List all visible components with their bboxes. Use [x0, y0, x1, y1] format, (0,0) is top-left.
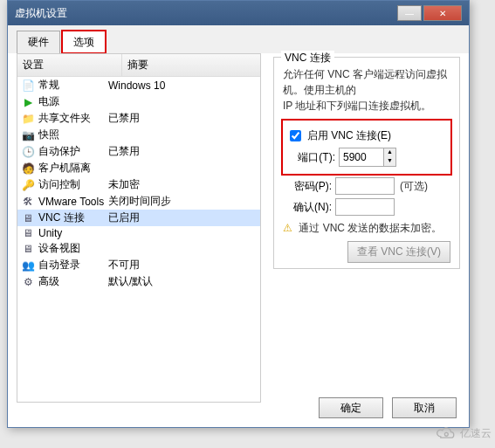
row-name: 设备视图 [38, 241, 80, 256]
window-controls: — ✕ [397, 5, 462, 21]
close-button[interactable]: ✕ [423, 5, 462, 21]
row-icon: ▶ [21, 96, 35, 108]
view-connections-button: 查看 VNC 连接(V) [347, 241, 450, 263]
row-name: 快照 [38, 128, 59, 142]
row-icon: 👥 [21, 259, 35, 272]
tab-options[interactable]: 选项 [62, 31, 106, 53]
row-name: 高级 [38, 274, 59, 289]
list-header: 设置 摘要 [17, 54, 260, 77]
minimize-button[interactable]: — [397, 5, 422, 21]
row-icon: 🖥 [21, 212, 35, 224]
row-summary: 已启用 [108, 210, 140, 225]
list-item[interactable]: ▶电源 [17, 93, 260, 110]
settings-list: 设置 摘要 📄常规Windows 10▶电源📁共享文件夹已禁用📷快照🕒自动保护已… [17, 53, 261, 403]
row-icon: 🕒 [21, 146, 35, 158]
row-summary: 已禁用 [108, 111, 140, 126]
vnc-group: VNC 连接 允许任何 VNC 客户端远程访问虚拟机。使用主机的 IP 地址和下… [273, 57, 460, 269]
enable-vnc-checkbox[interactable] [290, 130, 301, 141]
content-area: 设置 摘要 📄常规Windows 10▶电源📁共享文件夹已禁用📷快照🕒自动保护已… [8, 53, 469, 411]
row-name: Unity [38, 227, 62, 239]
row-name: 常规 [38, 78, 59, 93]
list-item[interactable]: 👥自动登录不可用 [17, 257, 260, 273]
list-item[interactable]: 🛠VMware Tools关闭时间同步 [17, 193, 260, 210]
list-item[interactable]: 🖥Unity [17, 226, 260, 240]
list-item[interactable]: 🖥VNC 连接已启用 [17, 210, 260, 226]
spin-up-icon[interactable]: ▲ [384, 148, 395, 157]
window-title: 虚拟机设置 [15, 6, 67, 21]
list-item[interactable]: 📁共享文件夹已禁用 [17, 110, 260, 127]
warning-row: ⚠ 通过 VNC 发送的数据未加密。 [283, 221, 450, 236]
row-icon: 📁 [21, 113, 35, 125]
list-item[interactable]: ⚙高级默认/默认 [17, 273, 260, 290]
watermark: 亿速云 [434, 425, 492, 441]
row-summary: 未加密 [108, 177, 140, 192]
list-item[interactable]: 🖥设备视图 [17, 240, 260, 257]
header-summary: 摘要 [122, 54, 154, 76]
enable-row: 启用 VNC 连接(E) [286, 128, 447, 144]
titlebar: 虚拟机设置 — ✕ [8, 1, 469, 25]
port-label: 端口(T): [286, 150, 335, 165]
row-icon: 🖥 [21, 227, 35, 239]
port-input[interactable] [340, 148, 383, 166]
list-item[interactable]: 📷快照 [17, 127, 260, 143]
row-name: 访问控制 [38, 177, 80, 192]
header-setting: 设置 [17, 54, 122, 76]
password-row: 密码(P): (可选) [283, 177, 450, 195]
desc-line2: IP 地址和下列端口连接虚拟机。 [283, 100, 431, 112]
detail-panel: VNC 连接 允许任何 VNC 客户端远程访问虚拟机。使用主机的 IP 地址和下… [261, 53, 460, 403]
confirm-label: 确认(N): [283, 200, 332, 215]
list-item[interactable]: 🧑客户机隔离 [17, 160, 260, 176]
row-icon: 🛠 [21, 196, 35, 208]
spinner-buttons: ▲ ▼ [383, 148, 395, 166]
row-summary: 已禁用 [108, 144, 140, 159]
row-icon: ⚙ [21, 276, 35, 288]
cancel-button[interactable]: 取消 [392, 397, 457, 418]
password-input[interactable] [335, 177, 395, 195]
warning-text: 通过 VNC 发送的数据未加密。 [299, 222, 442, 234]
confirm-input[interactable] [335, 198, 395, 216]
settings-window: 虚拟机设置 — ✕ 硬件 选项 设置 摘要 📄常规Windows 10▶电源📁共… [7, 0, 470, 428]
group-title: VNC 连接 [281, 51, 334, 65]
row-name: 自动登录 [38, 258, 80, 272]
password-hint: (可选) [400, 179, 428, 194]
row-name: 自动保护 [38, 144, 80, 159]
port-row: 端口(T): ▲ ▼ [286, 148, 447, 167]
row-icon: 🔑 [21, 179, 35, 191]
spin-down-icon[interactable]: ▼ [384, 157, 395, 166]
row-icon: 📷 [21, 129, 35, 141]
confirm-row: 确认(N): [283, 198, 450, 216]
row-summary: Windows 10 [108, 79, 165, 92]
port-spinner: ▲ ▼ [339, 148, 396, 167]
row-icon: 🖥 [21, 243, 35, 255]
tab-hardware[interactable]: 硬件 [17, 31, 60, 53]
row-name: 电源 [38, 94, 59, 109]
vnc-description: 允许任何 VNC 客户端远程访问虚拟机。使用主机的 IP 地址和下列端口连接虚拟… [283, 66, 450, 114]
row-name: VMware Tools [38, 196, 104, 208]
highlight-box: 启用 VNC 连接(E) 端口(T): ▲ ▼ [283, 121, 450, 174]
row-summary: 默认/默认 [108, 274, 153, 289]
ok-button[interactable]: 确定 [319, 397, 383, 418]
tab-bar: 硬件 选项 [8, 25, 469, 53]
row-summary: 关闭时间同步 [108, 194, 171, 209]
list-rows: 📄常规Windows 10▶电源📁共享文件夹已禁用📷快照🕒自动保护已禁用🧑客户机… [17, 77, 260, 290]
watermark-text: 亿速云 [460, 426, 492, 441]
warning-icon: ⚠ [283, 222, 292, 234]
cloud-icon [434, 425, 457, 441]
password-label: 密码(P): [283, 179, 332, 194]
row-icon: 📄 [21, 79, 35, 92]
svg-point-0 [444, 432, 448, 436]
desc-line1: 允许任何 VNC 客户端远程访问虚拟机。使用主机的 [283, 68, 447, 96]
list-item[interactable]: 🔑访问控制未加密 [17, 176, 260, 193]
row-icon: 🧑 [21, 162, 35, 175]
row-summary: 不可用 [108, 258, 140, 272]
dialog-footer: 确定 取消 [319, 397, 457, 418]
row-name: VNC 连接 [38, 210, 85, 225]
list-item[interactable]: 🕒自动保护已禁用 [17, 143, 260, 160]
row-name: 客户机隔离 [38, 161, 91, 176]
list-item[interactable]: 📄常规Windows 10 [17, 77, 260, 93]
enable-vnc-label[interactable]: 启用 VNC 连接(E) [307, 128, 391, 143]
row-name: 共享文件夹 [38, 111, 91, 126]
